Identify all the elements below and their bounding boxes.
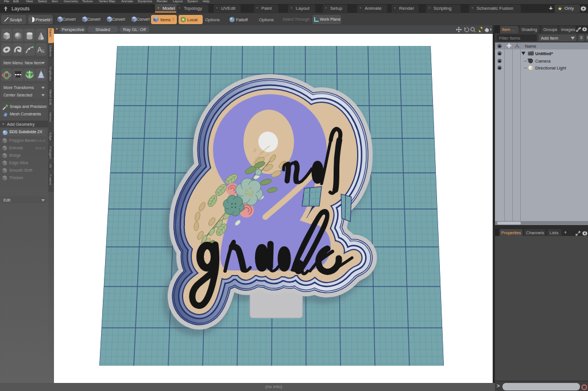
svg-text:&: & bbox=[41, 48, 45, 54]
